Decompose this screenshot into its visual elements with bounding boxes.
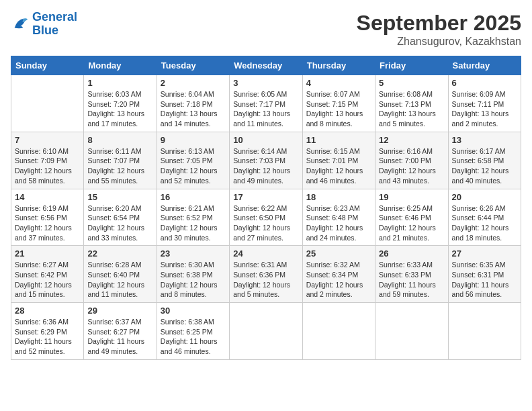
day-info: Sunrise: 6:25 AM Sunset: 6:46 PM Dayligh… [379,203,444,243]
day-info: Sunrise: 6:30 AM Sunset: 6:38 PM Dayligh… [161,260,226,300]
day-cell: 18Sunrise: 6:23 AM Sunset: 6:48 PM Dayli… [302,189,375,246]
week-row-5: 28Sunrise: 6:36 AM Sunset: 6:29 PM Dayli… [11,303,521,360]
day-cell: 5Sunrise: 6:08 AM Sunset: 7:13 PM Daylig… [375,75,448,132]
day-cell: 4Sunrise: 6:07 AM Sunset: 7:15 PM Daylig… [302,75,375,132]
day-number: 13 [452,135,517,145]
header-cell-wednesday: Wednesday [230,56,302,75]
day-info: Sunrise: 6:33 AM Sunset: 6:33 PM Dayligh… [379,260,444,300]
day-info: Sunrise: 6:35 AM Sunset: 6:31 PM Dayligh… [452,260,517,300]
week-row-3: 14Sunrise: 6:19 AM Sunset: 6:56 PM Dayli… [11,189,521,246]
day-info: Sunrise: 6:17 AM Sunset: 6:58 PM Dayligh… [452,146,517,186]
day-info: Sunrise: 6:09 AM Sunset: 7:11 PM Dayligh… [452,89,517,129]
logo-text: General Blue [32,11,77,38]
day-number: 21 [15,248,80,259]
day-info: Sunrise: 6:15 AM Sunset: 7:01 PM Dayligh… [306,146,371,186]
day-number: 26 [379,248,444,259]
day-number: 28 [15,306,80,316]
week-row-4: 21Sunrise: 6:27 AM Sunset: 6:42 PM Dayli… [11,246,521,303]
logo: General Blue [11,11,77,38]
day-number: 3 [233,78,298,88]
day-info: Sunrise: 6:05 AM Sunset: 7:17 PM Dayligh… [233,89,298,129]
day-cell: 19Sunrise: 6:25 AM Sunset: 6:46 PM Dayli… [375,189,448,246]
header-cell-tuesday: Tuesday [157,56,229,75]
day-number: 29 [87,306,152,316]
day-number: 10 [233,135,298,145]
day-number: 27 [452,248,517,259]
day-info: Sunrise: 6:03 AM Sunset: 7:20 PM Dayligh… [87,89,152,129]
day-cell [11,75,84,132]
day-info: Sunrise: 6:10 AM Sunset: 7:09 PM Dayligh… [15,146,80,186]
day-number: 19 [379,192,444,202]
day-cell: 21Sunrise: 6:27 AM Sunset: 6:42 PM Dayli… [11,246,84,303]
day-cell: 8Sunrise: 6:11 AM Sunset: 7:07 PM Daylig… [84,132,157,189]
day-cell: 24Sunrise: 6:31 AM Sunset: 6:36 PM Dayli… [230,246,302,303]
day-cell: 11Sunrise: 6:15 AM Sunset: 7:01 PM Dayli… [302,132,375,189]
day-number: 1 [87,78,152,88]
day-cell: 20Sunrise: 6:26 AM Sunset: 6:44 PM Dayli… [448,189,521,246]
header-cell-saturday: Saturday [448,56,521,75]
day-cell: 1Sunrise: 6:03 AM Sunset: 7:20 PM Daylig… [84,75,157,132]
day-info: Sunrise: 6:22 AM Sunset: 6:50 PM Dayligh… [233,203,298,243]
day-info: Sunrise: 6:08 AM Sunset: 7:13 PM Dayligh… [379,89,444,129]
day-number: 24 [233,248,298,259]
day-info: Sunrise: 6:19 AM Sunset: 6:56 PM Dayligh… [15,203,80,243]
logo-line1: General [32,10,77,24]
day-number: 15 [87,192,152,202]
day-cell [375,303,448,360]
day-cell: 7Sunrise: 6:10 AM Sunset: 7:09 PM Daylig… [11,132,84,189]
day-number: 7 [15,135,80,145]
day-cell: 27Sunrise: 6:35 AM Sunset: 6:31 PM Dayli… [448,246,521,303]
week-row-2: 7Sunrise: 6:10 AM Sunset: 7:09 PM Daylig… [11,132,521,189]
day-number: 23 [161,248,226,259]
day-cell: 3Sunrise: 6:05 AM Sunset: 7:17 PM Daylig… [230,75,302,132]
day-number: 22 [87,248,152,259]
header-cell-monday: Monday [84,56,157,75]
day-info: Sunrise: 6:16 AM Sunset: 7:00 PM Dayligh… [379,146,444,186]
day-cell: 29Sunrise: 6:37 AM Sunset: 6:27 PM Dayli… [84,303,157,360]
day-cell: 26Sunrise: 6:33 AM Sunset: 6:33 PM Dayli… [375,246,448,303]
day-info: Sunrise: 6:28 AM Sunset: 6:40 PM Dayligh… [87,260,152,300]
day-info: Sunrise: 6:37 AM Sunset: 6:27 PM Dayligh… [87,317,152,357]
calendar-table: SundayMondayTuesdayWednesdayThursdayFrid… [11,56,521,360]
day-cell: 2Sunrise: 6:04 AM Sunset: 7:18 PM Daylig… [157,75,229,132]
day-number: 8 [87,135,152,145]
logo-icon [11,15,30,34]
title-block: September 2025 Zhansugurov, Kazakhstan [357,11,521,48]
header-cell-sunday: Sunday [11,56,84,75]
day-info: Sunrise: 6:23 AM Sunset: 6:48 PM Dayligh… [306,203,371,243]
day-cell [448,303,521,360]
day-number: 18 [306,192,371,202]
day-info: Sunrise: 6:14 AM Sunset: 7:03 PM Dayligh… [233,146,298,186]
day-info: Sunrise: 6:32 AM Sunset: 6:34 PM Dayligh… [306,260,371,300]
day-number: 12 [379,135,444,145]
day-cell: 16Sunrise: 6:21 AM Sunset: 6:52 PM Dayli… [157,189,229,246]
day-info: Sunrise: 6:26 AM Sunset: 6:44 PM Dayligh… [452,203,517,243]
day-number: 20 [452,192,517,202]
day-cell: 6Sunrise: 6:09 AM Sunset: 7:11 PM Daylig… [448,75,521,132]
day-cell: 30Sunrise: 6:38 AM Sunset: 6:25 PM Dayli… [157,303,229,360]
day-info: Sunrise: 6:13 AM Sunset: 7:05 PM Dayligh… [161,146,226,186]
day-cell: 28Sunrise: 6:36 AM Sunset: 6:29 PM Dayli… [11,303,84,360]
day-info: Sunrise: 6:11 AM Sunset: 7:07 PM Dayligh… [87,146,152,186]
day-number: 11 [306,135,371,145]
day-number: 6 [452,78,517,88]
day-cell: 9Sunrise: 6:13 AM Sunset: 7:05 PM Daylig… [157,132,229,189]
header-cell-thursday: Thursday [302,56,375,75]
logo-line2: Blue [32,24,58,37]
day-cell: 25Sunrise: 6:32 AM Sunset: 6:34 PM Dayli… [302,246,375,303]
day-number: 17 [233,192,298,202]
day-info: Sunrise: 6:20 AM Sunset: 6:54 PM Dayligh… [87,203,152,243]
location: Zhansugurov, Kazakhstan [357,36,521,48]
day-number: 14 [15,192,80,202]
day-cell: 17Sunrise: 6:22 AM Sunset: 6:50 PM Dayli… [230,189,302,246]
day-number: 25 [306,248,371,259]
week-row-1: 1Sunrise: 6:03 AM Sunset: 7:20 PM Daylig… [11,75,521,132]
day-number: 5 [379,78,444,88]
day-info: Sunrise: 6:27 AM Sunset: 6:42 PM Dayligh… [15,260,80,300]
page-header: General Blue September 2025 Zhansugurov,… [11,11,521,48]
day-cell: 22Sunrise: 6:28 AM Sunset: 6:40 PM Dayli… [84,246,157,303]
day-cell: 10Sunrise: 6:14 AM Sunset: 7:03 PM Dayli… [230,132,302,189]
day-cell: 13Sunrise: 6:17 AM Sunset: 6:58 PM Dayli… [448,132,521,189]
day-cell [302,303,375,360]
day-cell: 14Sunrise: 6:19 AM Sunset: 6:56 PM Dayli… [11,189,84,246]
